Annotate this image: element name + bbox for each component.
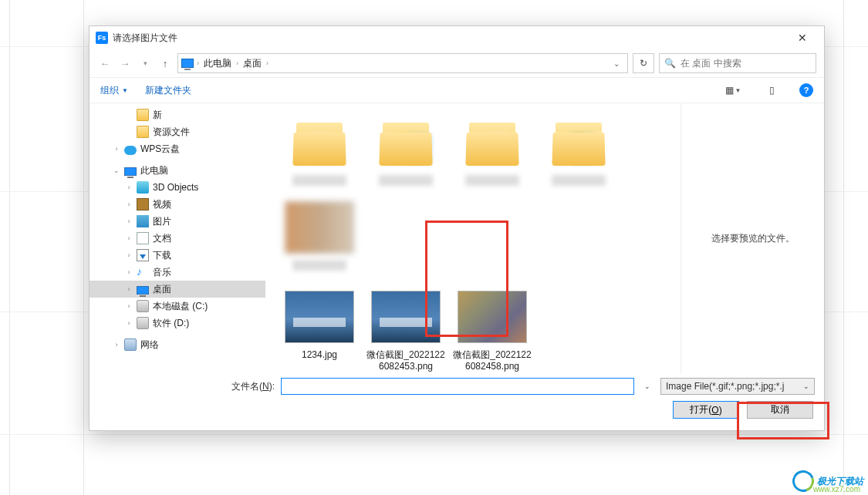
tree-label: 视频: [153, 198, 171, 211]
chevron-right-icon: ›: [197, 59, 199, 67]
file-wechat-58[interactable]: 微信截图_20221226082458.png: [451, 285, 534, 373]
tree-music[interactable]: ›♪音乐: [90, 264, 265, 281]
nav-tree[interactable]: 新 资源文件 ›WPS云盘 ⌄此电脑 ›3D Objects ›视频 ›图片 ›…: [90, 103, 265, 373]
file-wechat-53[interactable]: 微信截图_20221226082453.png: [364, 285, 448, 373]
network-icon: [124, 338, 137, 351]
organize-label: 组织: [100, 84, 119, 97]
tree-pictures[interactable]: ›图片: [90, 213, 265, 230]
folder-icon: [137, 109, 149, 121]
watermark-url: www.xz7.com: [813, 485, 860, 493]
tree-downloads[interactable]: ›下载: [90, 247, 265, 264]
help-button[interactable]: ?: [799, 83, 813, 97]
tree-videos[interactable]: ›视频: [90, 196, 265, 213]
tree-label: WPS云盘: [140, 143, 180, 156]
folder-tile[interactable]: [364, 113, 448, 191]
preview-empty-text: 选择要预览的文件。: [711, 232, 795, 245]
desktop-icon: [137, 286, 149, 295]
tree-disk-c[interactable]: ›本地磁盘 (C:): [90, 298, 265, 315]
preview-pane: 选择要预览的文件。: [681, 103, 824, 373]
image-tile[interactable]: [278, 196, 361, 276]
folder-tile[interactable]: [278, 113, 361, 191]
open-button[interactable]: 打开(O): [673, 401, 739, 419]
filetype-filter[interactable]: Image File(*.gif;*.png;*.jpg;*.j ⌄: [660, 378, 815, 395]
search-icon: 🔍: [664, 58, 676, 69]
organize-menu[interactable]: 组织 ▼: [100, 84, 128, 97]
file-label: 微信截图_20221226082458.png: [451, 349, 533, 372]
address-bar[interactable]: › 此电脑 › 桌面 › ⌄: [177, 53, 628, 73]
tree-label: 图片: [153, 215, 171, 228]
tree-label: 网络: [140, 338, 159, 352]
cube-icon: [137, 181, 149, 194]
preview-pane-icon: ▯: [769, 85, 775, 96]
tree-network[interactable]: ›网络: [90, 336, 265, 353]
chevron-right-icon: ›: [236, 59, 238, 67]
refresh-button[interactable]: ↻: [633, 53, 654, 73]
disk-icon: [137, 317, 149, 329]
toolbar: 组织 ▼ 新建文件夹 ▦ ▼ ▯ ?: [90, 77, 824, 103]
view-icon: ▦: [725, 85, 734, 96]
new-folder-button[interactable]: 新建文件夹: [145, 84, 191, 97]
file-open-dialog: Fs 请选择图片文件 ✕ ← → ▾ ↑ › 此电脑 › 桌面 › ⌄ ↻ 🔍 …: [89, 25, 825, 431]
cancel-label: 取消: [771, 403, 789, 416]
recent-dropdown[interactable]: ▾: [137, 56, 153, 71]
filename-label: 文件名(N):: [90, 380, 275, 393]
tree-label: 3D Objects: [153, 182, 198, 193]
tree-label: 软件 (D:): [153, 317, 189, 330]
cloud-icon: [124, 146, 137, 155]
tree-folder-ziyuan[interactable]: 资源文件: [90, 123, 265, 140]
folder-tile[interactable]: [537, 113, 620, 191]
title-bar: Fs 请选择图片文件 ✕: [90, 26, 824, 49]
tree-wps-cloud[interactable]: ›WPS云盘: [90, 140, 265, 157]
view-menu[interactable]: ▦ ▼: [722, 82, 744, 99]
tree-label: 音乐: [153, 266, 171, 279]
file-grid[interactable]: 1234.jpg 微信截图_20221226082453.png 微信截图_20…: [265, 103, 681, 373]
pictures-icon: [137, 215, 149, 227]
image-thumbnail: [371, 291, 441, 343]
folder-tile[interactable]: [451, 113, 534, 191]
cancel-button[interactable]: 取消: [747, 401, 813, 419]
dialog-body: 新 资源文件 ›WPS云盘 ⌄此电脑 ›3D Objects ›视频 ›图片 ›…: [90, 103, 824, 373]
app-icon: Fs: [96, 32, 108, 44]
file-label: 1234.jpg: [300, 349, 339, 361]
back-button[interactable]: ←: [97, 56, 113, 71]
search-input[interactable]: [681, 58, 811, 69]
tree-3d-objects[interactable]: ›3D Objects: [90, 179, 265, 196]
music-icon: ♪: [137, 266, 149, 278]
disk-icon: [137, 300, 149, 312]
up-button[interactable]: ↑: [157, 56, 173, 71]
filename-dropdown[interactable]: ⌄: [640, 378, 654, 395]
file-1234jpg[interactable]: 1234.jpg: [278, 285, 361, 373]
tree-documents[interactable]: ›文档: [90, 230, 265, 247]
pc-icon: [124, 167, 137, 176]
nav-row: ← → ▾ ↑ › 此电脑 › 桌面 › ⌄ ↻ 🔍: [90, 49, 824, 77]
tree-disk-d[interactable]: ›软件 (D:): [90, 315, 265, 332]
chevron-right-icon: ›: [266, 59, 269, 67]
chevron-down-icon: ▼: [122, 87, 128, 94]
preview-pane-toggle[interactable]: ▯: [761, 82, 782, 99]
tree-folder-xin[interactable]: 新: [90, 106, 265, 123]
search-box[interactable]: 🔍: [659, 53, 816, 73]
downloads-icon: [137, 249, 149, 261]
content-area: 1234.jpg 微信截图_20221226082453.png 微信截图_20…: [265, 103, 824, 373]
folder-icon: [137, 126, 149, 138]
tree-desktop[interactable]: ›桌面: [90, 281, 265, 298]
tree-label: 新: [153, 109, 162, 122]
filter-label: Image File(*.gif;*.png;*.jpg;*.j: [666, 381, 784, 392]
pc-icon: [181, 59, 194, 68]
forward-button: →: [117, 56, 133, 71]
filename-row: 文件名(N): ⌄ Image File(*.gif;*.png;*.jpg;*…: [90, 373, 824, 399]
file-label: 微信截图_20221226082453.png: [365, 349, 447, 372]
filename-input[interactable]: [281, 378, 634, 395]
image-thumbnail: [458, 291, 527, 343]
chevron-down-icon: ▼: [735, 87, 741, 94]
close-button[interactable]: ✕: [787, 32, 818, 44]
tree-label: 下载: [153, 249, 171, 262]
tree-this-pc[interactable]: ⌄此电脑: [90, 162, 265, 179]
watermark: 极光下载站 www.xz7.com: [792, 470, 863, 492]
address-dropdown[interactable]: ⌄: [609, 59, 624, 68]
breadcrumb-current[interactable]: 桌面: [241, 57, 263, 70]
breadcrumb-root[interactable]: 此电脑: [202, 57, 233, 70]
dialog-title: 请选择图片文件: [113, 32, 787, 45]
tree-label: 此电脑: [140, 164, 168, 177]
tree-label: 本地磁盘 (C:): [153, 300, 208, 313]
